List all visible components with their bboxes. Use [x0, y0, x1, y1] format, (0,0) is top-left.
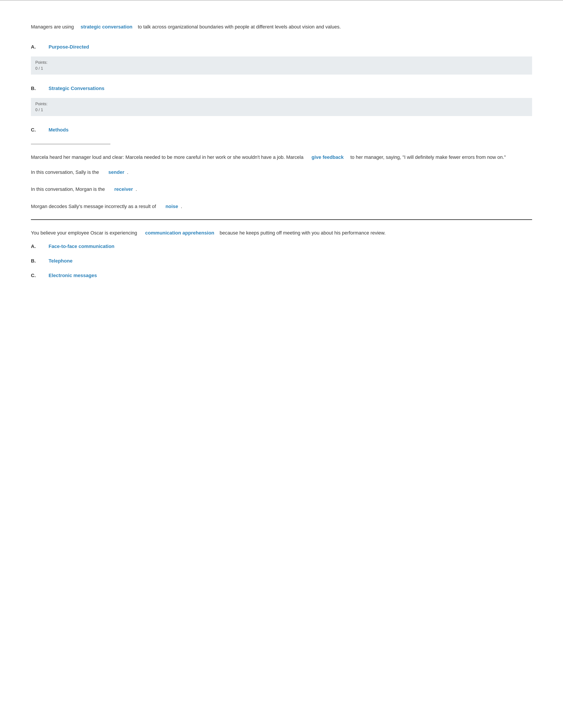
sender-text-before: In this conversation, Sally is the	[31, 169, 99, 175]
receiver-answer: receiver	[114, 186, 133, 192]
q2-highlight: communication apprehension	[145, 230, 214, 236]
option-c-title: Electronic messages	[49, 273, 97, 278]
section-b-points-value: 0 / 1	[35, 108, 43, 112]
top-border	[0, 0, 563, 1]
intro-highlight: strategic conversation	[81, 24, 132, 30]
option-a-letter: A.	[31, 244, 49, 249]
noise-answer: noise	[165, 204, 178, 209]
option-a-row: A. Face-to-face communication	[31, 244, 532, 249]
option-c-row: C. Electronic messages	[31, 273, 532, 278]
option-b-title: Telephone	[49, 258, 72, 264]
option-a-section: A. Face-to-face communication	[31, 244, 532, 249]
noise-row: Morgan decodes Sally's message incorrect…	[31, 202, 532, 210]
option-c-section: C. Electronic messages	[31, 273, 532, 278]
section-a-letter: A.	[31, 44, 49, 50]
section-b: B. Strategic Conversations Points: 0 / 1	[31, 86, 532, 116]
section-c-letter: C.	[31, 127, 49, 133]
section-c: C. Methods	[31, 127, 532, 133]
scenario-p1-before: Marcela heard her manager loud and clear…	[31, 154, 304, 160]
short-divider	[31, 144, 110, 144]
sender-text-after: .	[127, 169, 128, 175]
section-c-row: C. Methods	[31, 127, 532, 133]
intro-text-after: to talk across organizational boundaries…	[138, 24, 341, 30]
section-b-row: B. Strategic Conversations	[31, 86, 532, 91]
option-b-letter: B.	[31, 258, 49, 264]
section-a: A. Purpose-Directed Points: 0 / 1	[31, 44, 532, 75]
q2-text-before: You believe your employee Oscar is exper…	[31, 230, 137, 236]
scenario-p1-after: to her manager, saying, "I will definite…	[351, 154, 506, 160]
receiver-row: In this conversation, Morgan is the rece…	[31, 185, 532, 193]
intro-text-before: Managers are using	[31, 24, 74, 30]
option-a-title: Face-to-face communication	[49, 244, 114, 249]
receiver-text-before: In this conversation, Morgan is the	[31, 186, 105, 192]
scenario-give-feedback: give feedback	[312, 154, 344, 160]
scenario-paragraph-1: Marcela heard her manager loud and clear…	[31, 153, 532, 161]
section-a-title: Purpose-Directed	[49, 44, 89, 50]
option-b-section: B. Telephone	[31, 258, 532, 264]
sender-row: In this conversation, Sally is the sende…	[31, 168, 532, 176]
q2-text-after: because he keeps putting off meeting wit…	[220, 230, 386, 236]
section-b-title: Strategic Conversations	[49, 86, 104, 91]
intro-paragraph: Managers are using strategic conversatio…	[31, 23, 532, 31]
section-c-title: Methods	[49, 127, 68, 133]
section-a-points-label: Points:	[35, 60, 47, 65]
option-b-row: B. Telephone	[31, 258, 532, 264]
section-a-points: Points: 0 / 1	[31, 56, 532, 75]
noise-text-after: .	[181, 204, 182, 209]
receiver-text-after: .	[135, 186, 137, 192]
noise-text-before: Morgan decodes Sally's message incorrect…	[31, 204, 156, 209]
sender-answer: sender	[108, 169, 124, 175]
section-a-points-value: 0 / 1	[35, 66, 43, 71]
section-b-points: Points: 0 / 1	[31, 98, 532, 116]
section-a-row: A. Purpose-Directed	[31, 44, 532, 50]
section-b-letter: B.	[31, 86, 49, 91]
full-divider	[31, 219, 532, 220]
question2-intro: You believe your employee Oscar is exper…	[31, 229, 532, 237]
section-b-points-label: Points:	[35, 102, 47, 106]
option-c-letter: C.	[31, 273, 49, 278]
page-content: Managers are using strategic conversatio…	[0, 14, 563, 305]
